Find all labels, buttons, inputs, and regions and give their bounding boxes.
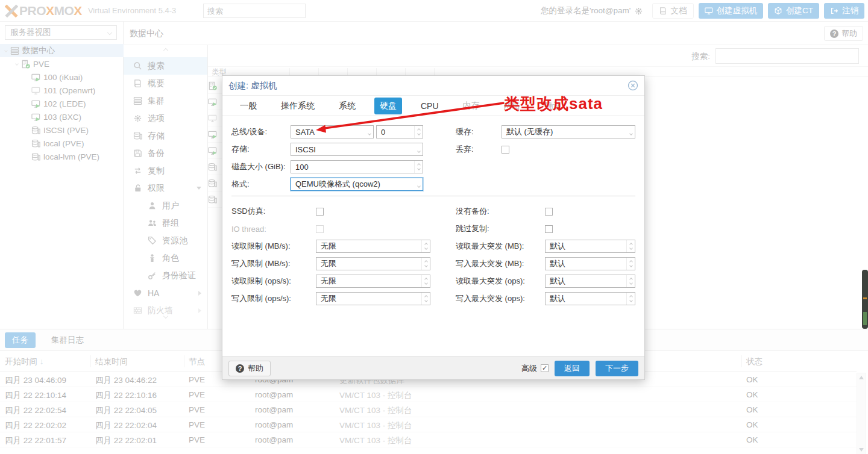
advanced-toggle: 高级 [521, 363, 549, 374]
read-limit-ops-spinner[interactable]: 无限 [316, 275, 430, 288]
storage-label: 存储: [231, 144, 291, 155]
spinner-arrows-icon[interactable] [626, 258, 632, 270]
bus-index-spinner[interactable]: 0 [376, 125, 423, 138]
skip-replication-checkbox[interactable] [545, 225, 553, 233]
combo-arrow-icon [366, 128, 371, 137]
combo-arrow-icon [415, 145, 420, 154]
dialog-tabbar: 一般 操作系统 系统 硬盘 CPU 内存 网络 确认 [222, 96, 644, 116]
format-label: 格式: [231, 179, 291, 190]
advanced-label: 高级 [521, 363, 537, 374]
advanced-checkbox[interactable] [541, 364, 549, 372]
disk-size-spinner[interactable]: 100 [291, 160, 423, 173]
write-burst-ops-spinner[interactable]: 默认 [545, 292, 635, 305]
back-button[interactable]: 返回 [555, 361, 590, 376]
tab-os[interactable]: 操作系统 [275, 98, 320, 114]
cache-combo[interactable]: 默认 (无缓存) [502, 125, 635, 138]
close-icon[interactable] [627, 80, 638, 91]
tab-confirm: 确认 [539, 98, 567, 114]
write-limit-ops-spinner[interactable]: 无限 [316, 292, 430, 305]
write-burst-mb-spinner[interactable]: 默认 [545, 257, 635, 270]
no-backup-label: 没有备份: [456, 206, 545, 217]
tab-network: 网络 [498, 98, 526, 114]
dialog-footer: ?帮助 高级 返回 下一步 [222, 356, 644, 379]
spinner-arrows-icon[interactable] [626, 293, 632, 305]
ssd-emulation-label: SSD仿真: [231, 206, 316, 217]
write-limit-ops-label: 写入限制 (ops/s): [231, 293, 316, 304]
write-burst-ops-label: 写入最大突发 (ops): [456, 293, 545, 304]
bus-combo[interactable]: SATA [291, 125, 374, 138]
spinner-arrows-icon[interactable] [626, 240, 632, 252]
skip-replication-label: 跳过复制: [456, 223, 545, 234]
bus-device-label: 总线/设备: [231, 126, 291, 137]
write-limit-mb-label: 写入限制 (MB/s): [231, 258, 316, 269]
next-button[interactable]: 下一步 [596, 361, 638, 376]
storage-combo[interactable]: ISCSI [291, 143, 423, 156]
spinner-arrows-icon[interactable] [421, 293, 427, 305]
cache-label: 缓存: [456, 126, 502, 137]
read-burst-mb-label: 读取最大突发 (MB): [456, 241, 545, 252]
help-icon: ? [236, 364, 244, 373]
dialog-title: 创建: 虚拟机 [228, 80, 277, 92]
dialog-body: 总线/设备: SATA 0 缓存: 默认 (无缓存) 存储: ISCSI 丢弃: [222, 117, 644, 356]
format-combo[interactable]: QEMU映像格式 (qcow2) [291, 178, 423, 191]
spinner-arrows-icon[interactable] [414, 161, 420, 173]
edge-scroll-marker [862, 270, 868, 329]
spinner-arrows-icon[interactable] [626, 275, 632, 287]
write-limit-mb-spinner[interactable]: 无限 [316, 257, 430, 270]
read-limit-mb-spinner[interactable]: 无限 [316, 240, 430, 253]
read-burst-ops-label: 读取最大突发 (ops): [456, 276, 545, 287]
create-vm-dialog: 创建: 虚拟机 一般 操作系统 系统 硬盘 CPU 内存 网络 确认 总线/设备… [222, 75, 645, 380]
read-burst-ops-spinner[interactable]: 默认 [545, 275, 635, 288]
dialog-header[interactable]: 创建: 虚拟机 [222, 76, 644, 96]
combo-arrow-icon [627, 128, 632, 137]
advanced-separator [231, 196, 635, 196]
tab-general[interactable]: 一般 [234, 98, 262, 114]
read-limit-mb-label: 读取限制 (MB/s): [231, 241, 316, 252]
tab-system[interactable]: 系统 [333, 98, 361, 114]
disk-size-label: 磁盘大小 (GiB): [231, 161, 291, 172]
tab-cpu[interactable]: CPU [415, 98, 444, 114]
no-backup-checkbox[interactable] [545, 208, 553, 216]
read-limit-ops-label: 读取限制 (ops/s): [231, 276, 316, 287]
ssd-emulation-checkbox[interactable] [316, 208, 324, 216]
discard-label: 丢弃: [456, 144, 502, 155]
proxmox-screen: PROXMOX Virtual Environment 5.4-3 您的登录名是… [0, 0, 868, 454]
tab-harddisk[interactable]: 硬盘 [374, 98, 402, 114]
spinner-arrows-icon[interactable] [421, 240, 427, 252]
spinner-arrows-icon[interactable] [421, 258, 427, 270]
iothread-checkbox [316, 225, 324, 233]
discard-checkbox[interactable] [502, 146, 509, 154]
iothread-label: IO thread: [231, 225, 316, 234]
combo-arrow-icon [415, 180, 420, 189]
spinner-arrows-icon[interactable] [421, 275, 427, 287]
dialog-help-button[interactable]: ?帮助 [228, 361, 271, 376]
write-burst-mb-label: 写入最大突发 (MB): [456, 258, 545, 269]
read-burst-mb-spinner[interactable]: 默认 [545, 240, 635, 253]
tab-memory: 内存 [458, 98, 485, 114]
spinner-arrows-icon[interactable] [414, 126, 420, 138]
